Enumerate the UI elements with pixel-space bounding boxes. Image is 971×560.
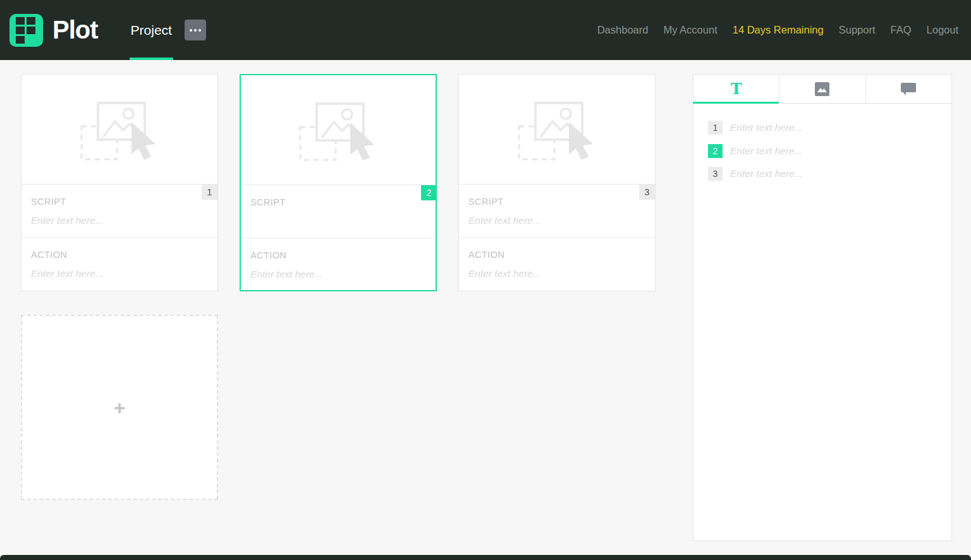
image-placeholder-icon bbox=[80, 98, 160, 161]
card-1-number-badge: 1 bbox=[202, 185, 217, 200]
tab-project[interactable]: Project bbox=[130, 0, 173, 60]
card-3-image-dropzone[interactable] bbox=[459, 75, 655, 185]
nav-trial-days-remaining[interactable]: 14 Days Remaining bbox=[733, 24, 824, 36]
action-label: ACTION bbox=[468, 250, 645, 260]
scene-row-1: 1 Enter text here... bbox=[708, 121, 951, 135]
card-1-action-input[interactable]: Enter text here... bbox=[31, 268, 208, 279]
text-tab-icon: T bbox=[731, 80, 742, 98]
image-placeholder-icon bbox=[517, 98, 597, 161]
tab-comments[interactable] bbox=[866, 75, 951, 103]
action-label: ACTION bbox=[31, 250, 208, 260]
storyboard-grid: 1 SCRIPT Enter text here... ACTION Enter… bbox=[21, 74, 657, 500]
image-icon bbox=[815, 82, 829, 96]
scene-2-text-input[interactable]: Enter text here... bbox=[730, 145, 803, 157]
nav-dashboard[interactable]: Dashboard bbox=[597, 24, 649, 36]
script-label: SCRIPT bbox=[468, 197, 645, 207]
script-label: SCRIPT bbox=[250, 197, 426, 207]
storyboard-card-3[interactable]: 3 SCRIPT Enter text here... ACTION Enter… bbox=[458, 74, 656, 291]
tab-images[interactable] bbox=[779, 75, 865, 103]
action-label: ACTION bbox=[250, 250, 426, 260]
card-3-script-input[interactable]: Enter text here... bbox=[468, 215, 645, 226]
card-3-action-section: ACTION Enter text here... bbox=[459, 238, 655, 291]
scene-1-text-input[interactable]: Enter text here... bbox=[730, 122, 803, 133]
scene-text-list: 1 Enter text here... 2 Enter text here..… bbox=[693, 104, 951, 181]
tab-text[interactable]: T bbox=[693, 75, 779, 103]
nav-my-account[interactable]: My Account bbox=[663, 24, 717, 36]
top-nav: Dashboard My Account 14 Days Remaining S… bbox=[597, 24, 958, 36]
brand-name: Plot bbox=[52, 16, 98, 44]
card-2-image-dropzone[interactable] bbox=[241, 75, 436, 185]
card-1-image-dropzone[interactable] bbox=[21, 75, 217, 185]
app-header: Plot Project Dashboard My Account 14 Day… bbox=[0, 0, 971, 60]
storyboard-card-2[interactable]: 2 SCRIPT ACTION Enter text here... bbox=[240, 74, 437, 291]
scene-row-3: 3 Enter text here... bbox=[708, 167, 951, 181]
card-1-action-section: ACTION Enter text here... bbox=[21, 238, 217, 291]
storyboard-card-1[interactable]: 1 SCRIPT Enter text here... ACTION Enter… bbox=[21, 74, 218, 291]
scene-2-number-badge: 2 bbox=[708, 144, 723, 158]
plus-icon: + bbox=[114, 398, 126, 418]
card-1-script-input[interactable]: Enter text here... bbox=[31, 215, 208, 226]
project-tab-label: Project bbox=[131, 23, 172, 38]
card-3-script-section: 3 SCRIPT Enter text here... bbox=[459, 185, 655, 238]
card-3-action-input[interactable]: Enter text here... bbox=[468, 268, 645, 279]
nav-logout[interactable]: Logout bbox=[927, 24, 958, 36]
panel-tabs: T bbox=[693, 75, 951, 104]
card-1-script-section: 1 SCRIPT Enter text here... bbox=[21, 185, 217, 238]
script-label: SCRIPT bbox=[31, 197, 208, 207]
plot-logo-icon bbox=[9, 14, 43, 47]
scene-3-number-badge: 3 bbox=[708, 167, 723, 181]
scene-1-number-badge: 1 bbox=[708, 121, 723, 135]
card-2-action-input[interactable]: Enter text here... bbox=[250, 269, 426, 280]
active-tab-underline bbox=[130, 58, 173, 60]
nav-faq[interactable]: FAQ bbox=[891, 24, 912, 36]
plot-logo[interactable]: Plot bbox=[9, 14, 98, 47]
card-2-script-section: 2 SCRIPT bbox=[241, 185, 436, 238]
card-2-number-badge: 2 bbox=[421, 185, 437, 200]
bottom-bar bbox=[0, 555, 971, 560]
ellipsis-icon bbox=[190, 29, 192, 32]
image-placeholder-icon bbox=[298, 99, 379, 162]
card-3-number-badge: 3 bbox=[639, 185, 655, 200]
card-2-action-section: ACTION Enter text here... bbox=[241, 238, 436, 290]
project-more-button[interactable] bbox=[185, 20, 206, 40]
add-card-button[interactable]: + bbox=[21, 315, 218, 500]
detail-side-panel: T 1 Enter text here... 2 Enter text here… bbox=[693, 74, 952, 541]
comment-icon bbox=[900, 82, 917, 96]
scene-row-2: 2 Enter text here... bbox=[708, 144, 951, 158]
nav-support[interactable]: Support bbox=[839, 24, 876, 36]
scene-3-text-input[interactable]: Enter text here... bbox=[730, 168, 803, 180]
